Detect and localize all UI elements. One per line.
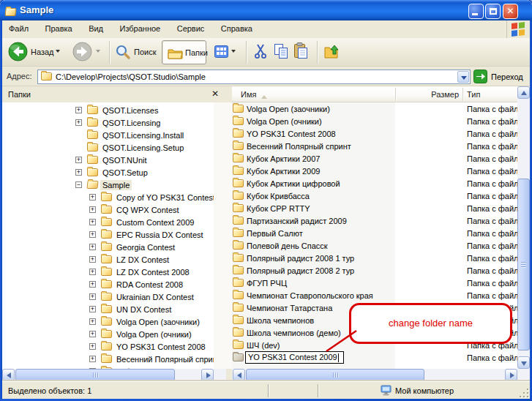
back-button[interactable]	[8, 42, 28, 64]
tree-item-label[interactable]: Custom Context 2009	[114, 217, 196, 228]
tree-item[interactable]: +Georgia Contest	[2, 241, 214, 253]
expand-icon[interactable]: +	[75, 107, 82, 113]
expand-icon[interactable]: +	[89, 356, 96, 362]
panel-splitter[interactable]	[214, 102, 232, 369]
expand-icon[interactable]: +	[89, 318, 96, 325]
list-hscroll-thumb[interactable]	[246, 369, 424, 381]
column-type[interactable]: Тип	[467, 90, 480, 99]
tree-item-label[interactable]: QSOT.Licensing.Setup	[100, 143, 186, 153]
file-name[interactable]: ШЧ (dev)	[247, 341, 280, 350]
file-name[interactable]: Чемпионат Татарстана	[247, 304, 332, 312]
file-name[interactable]: ФГУП РЧЦ	[247, 279, 287, 288]
address-value[interactable]: C:\Develop\Projects\QSOT.Studio\Sample	[56, 72, 206, 81]
views-dropdown-icon[interactable]	[231, 50, 236, 55]
expand-icon[interactable]: +	[89, 206, 96, 213]
file-name[interactable]: Кубок Арктики 2007	[247, 154, 320, 163]
maximize-button[interactable]	[485, 4, 501, 19]
tree-item-label[interactable]: Ukrainian DX Contest	[114, 292, 196, 302]
tree-item[interactable]: +YO PSK31 Contest 2008	[2, 340, 214, 353]
list-item[interactable]: Volga Open (заочники)Папка с файлами	[232, 102, 517, 115]
list-item[interactable]: Партизанский радист 2009Папка с файлами	[232, 214, 517, 227]
list-item[interactable]: Полевой день СпасскПапка с файлами	[232, 239, 517, 252]
tree-item-label[interactable]: QSOT.Setup	[100, 168, 150, 178]
menu-file[interactable]: Файл	[2, 20, 35, 33]
file-name[interactable]: Школа чемпионов (демо)	[247, 329, 341, 337]
file-name[interactable]: Школа чемпионов	[247, 316, 314, 325]
expand-icon[interactable]: +	[89, 231, 96, 238]
scroll-down-icon[interactable]	[517, 356, 530, 369]
list-item[interactable]: Кубок Арктики 2007Папка с файлами	[232, 152, 517, 165]
tree-item[interactable]: +UN DX Contest	[2, 303, 214, 315]
tree-hscroll-thumb[interactable]	[15, 369, 175, 381]
tree-item[interactable]: +LZ DX Contest 2008	[2, 266, 214, 278]
list-item[interactable]: Кубок СРР RTTYПапка с файлами	[232, 202, 517, 214]
expand-icon[interactable]: +	[89, 331, 96, 337]
expand-icon[interactable]: +	[75, 157, 82, 163]
tree-item-label[interactable]: LZ DX Contest	[114, 255, 171, 265]
tree-item-label[interactable]: Copy of YO PSK31 Contest 2008	[114, 192, 214, 203]
tree-item-label[interactable]: RDA Contest 2008	[114, 280, 185, 290]
list-vscrollbar[interactable]	[517, 86, 530, 369]
tree-item-label[interactable]: Sample	[100, 180, 132, 190]
menu-tools[interactable]: Сервис	[171, 20, 211, 33]
list-item[interactable]: YO PSK31 Contest 2008Папка с файлами	[232, 127, 517, 140]
list-item[interactable]: Полярный радист 2008 2 турПапка с файлам…	[232, 264, 517, 277]
scroll-right-icon[interactable]	[505, 369, 517, 381]
address-combo[interactable]: C:\Develop\Projects\QSOT.Studio\Sample	[37, 70, 471, 84]
title-bar[interactable]: Sample ✕	[0, 0, 532, 20]
tree-item[interactable]: QSOT.Licensing.Setup	[2, 141, 214, 154]
expand-icon[interactable]: +	[75, 169, 82, 176]
column-size[interactable]: Размер	[395, 90, 459, 99]
list-vscroll-thumb[interactable]	[517, 179, 530, 351]
tree-item[interactable]: +Copy of YO PSK31 Contest 2008	[2, 191, 214, 203]
tree-item[interactable]: +LZ DX Contest	[2, 253, 214, 266]
collapse-icon[interactable]: −	[75, 181, 82, 188]
list-item[interactable]: Чемпионат Ставропольского краяПапка с фа…	[232, 289, 517, 301]
rename-input[interactable]: YO PSK31 Contest 2009	[245, 351, 344, 364]
tree-item-label[interactable]: UN DX Contest	[114, 304, 173, 315]
tree-item[interactable]: +Весенний Полярный спринт	[2, 353, 214, 365]
expand-icon[interactable]: +	[89, 194, 96, 200]
up-button[interactable]	[324, 42, 341, 62]
expand-icon[interactable]: +	[89, 343, 96, 350]
file-name[interactable]: Полярный радист 2008 1 тур	[247, 254, 354, 263]
tree-item-label[interactable]: CQ WPX Contest	[114, 205, 181, 215]
list-item[interactable]: Volga Open (очники)Папка с файлами	[232, 115, 517, 127]
tree-item[interactable]: +EPC Russia DX Contest	[2, 228, 214, 241]
tree-hscrollbar[interactable]	[2, 369, 226, 381]
file-name[interactable]: Чемпионат Ставропольского края	[247, 291, 373, 300]
list-item[interactable]: ФГУП РЧЦПапка с файлами	[232, 277, 517, 289]
tree-item-label[interactable]: Весенний Полярный спринт	[114, 354, 214, 364]
back-label[interactable]: Назад	[31, 48, 54, 56]
tree-item[interactable]: +QSOT.Licensing	[2, 116, 214, 129]
tree-item[interactable]: +QSOT.Setup	[2, 166, 214, 179]
file-name[interactable]: Кубок Арктики 2009	[247, 167, 320, 176]
close-button[interactable]: ✕	[503, 4, 518, 19]
menu-view[interactable]: Вид	[82, 20, 110, 33]
expand-icon[interactable]: +	[89, 281, 96, 288]
copy-button[interactable]	[274, 43, 289, 62]
file-name[interactable]: Партизанский радист 2009	[247, 217, 347, 225]
tree-item[interactable]: −Sample	[2, 179, 214, 191]
tree-item-label[interactable]: QSOT.Licensing.Install	[100, 130, 186, 140]
views-button[interactable]	[214, 45, 228, 61]
list-item[interactable]: Весенний Полярный спринтПапка с файлами	[232, 140, 517, 152]
list-item[interactable]: Кубок Арктики цифровойПапка с файлами	[232, 177, 517, 190]
file-name[interactable]: Первый Салют	[247, 229, 303, 238]
address-dropdown-icon[interactable]	[457, 71, 469, 83]
tree-item[interactable]: +RDA Contest 2008	[2, 278, 214, 291]
list-item[interactable]: Полярный радист 2008 1 турПапка с файлам…	[232, 252, 517, 264]
file-name[interactable]: Полевой день Спасск	[247, 241, 328, 250]
file-name[interactable]: Кубок Арктики цифровой	[247, 179, 340, 188]
expand-icon[interactable]: +	[89, 256, 96, 263]
file-name[interactable]: YO PSK31 Contest 2008	[247, 130, 336, 138]
list-hscrollbar[interactable]	[232, 369, 530, 381]
cut-button[interactable]	[254, 44, 267, 62]
tree-item-label[interactable]: LZ DX Contest 2008	[114, 267, 192, 277]
file-name[interactable]: Полярный радист 2008 2 тур	[247, 266, 354, 275]
tree-item-label[interactable]: EPC Russia DX Contest	[114, 230, 206, 240]
paste-button[interactable]	[293, 42, 308, 62]
tree-item-label[interactable]: Volga Open (очники)	[114, 329, 194, 340]
column-divider[interactable]	[462, 88, 463, 101]
tree-item-label[interactable]: YO PSK31 Contest 2008	[114, 342, 208, 352]
